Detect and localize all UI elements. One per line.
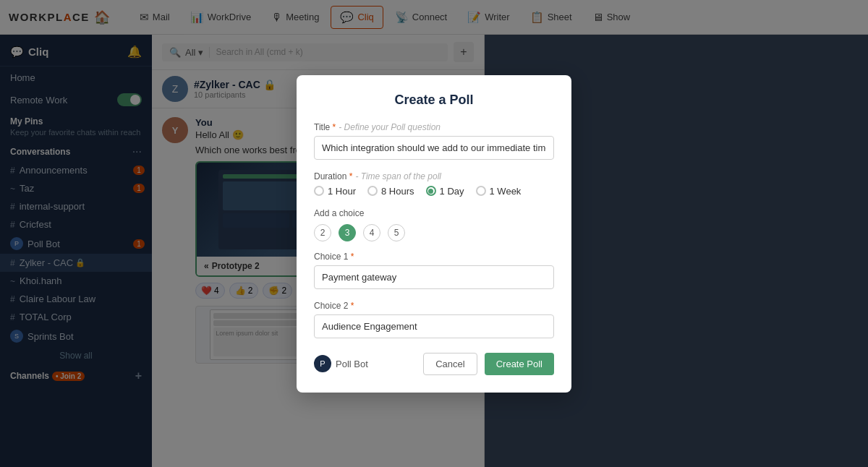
radio-1hour[interactable]: [314, 186, 324, 196]
poll-bot-avatar: P: [314, 355, 331, 372]
poll-title-label: Title *- Define your Poll question: [314, 122, 554, 132]
create-poll-modal: Create a Poll Title *- Define your Poll …: [297, 75, 571, 393]
poll-title-field: Title *- Define your Poll question: [314, 122, 554, 160]
poll-title-input[interactable]: [314, 136, 554, 160]
choice-num-3[interactable]: 3: [339, 224, 356, 241]
modal-footer: P Poll Bot Cancel Create Poll: [314, 353, 554, 375]
radio-1week[interactable]: [476, 186, 486, 196]
add-choice-section: Add a choice 2 3 4 5: [314, 208, 554, 241]
choice2-input[interactable]: [314, 314, 554, 338]
choice-num-5[interactable]: 5: [388, 224, 405, 241]
duration-1hour[interactable]: 1 Hour: [314, 186, 356, 197]
choice-num-2[interactable]: 2: [314, 224, 331, 241]
choice-number-row: 2 3 4 5: [314, 224, 554, 241]
poll-duration-label: Duration *- Time span of the poll: [314, 171, 554, 181]
modal-footer-actions: Cancel Create Poll: [423, 353, 554, 375]
choice2-field: Choice 2 *: [314, 301, 554, 338]
radio-8hours[interactable]: [367, 186, 378, 196]
create-poll-button[interactable]: Create Poll: [485, 353, 554, 375]
choice-num-4[interactable]: 4: [363, 224, 380, 241]
duration-1week[interactable]: 1 Week: [476, 186, 522, 197]
poll-bot-name: Poll Bot: [336, 359, 368, 369]
modal-overlay: Create a Poll Title *- Define your Poll …: [0, 0, 868, 467]
modal-title: Create a Poll: [314, 93, 554, 108]
duration-1day[interactable]: 1 Day: [426, 186, 464, 197]
duration-radio-group: 1 Hour 8 Hours 1 Day 1 Week: [314, 186, 554, 197]
poll-duration-field: Duration *- Time span of the poll 1 Hour…: [314, 171, 554, 197]
cancel-button[interactable]: Cancel: [423, 353, 477, 375]
choice1-field: Choice 1 *: [314, 252, 554, 289]
add-choice-label: Add a choice: [314, 208, 554, 218]
choice1-input[interactable]: [314, 265, 554, 289]
choice2-label: Choice 2 *: [314, 301, 554, 311]
duration-8hours[interactable]: 8 Hours: [367, 186, 414, 197]
poll-bot-info: P Poll Bot: [314, 355, 368, 372]
choice1-label: Choice 1 *: [314, 252, 554, 262]
radio-1day[interactable]: [426, 186, 436, 196]
